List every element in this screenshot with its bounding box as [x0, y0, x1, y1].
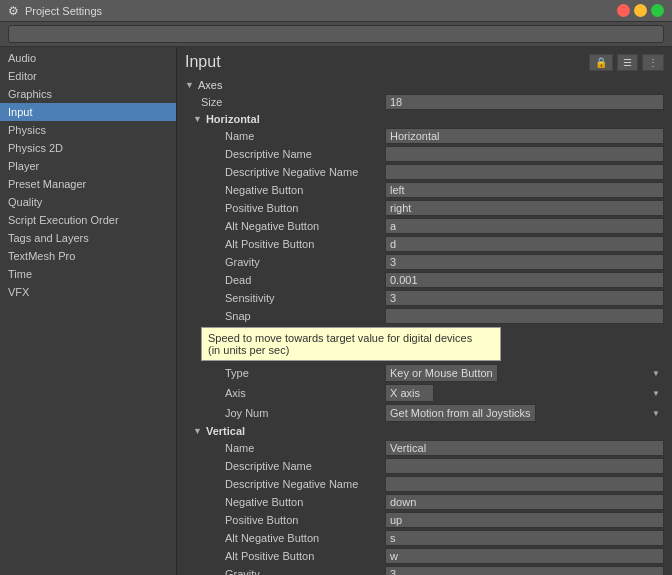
header-icons: 🔒 ☰ ⋮ [589, 54, 664, 71]
v-descriptive-name-label: Descriptive Name [185, 460, 385, 472]
h-joy-num-select[interactable]: Get Motion from all Joysticks Joystick 1… [385, 404, 536, 422]
title-bar: ⚙ Project Settings [0, 0, 672, 22]
h-dead-label: Dead [185, 274, 385, 286]
v-alt-positive-button-input[interactable] [385, 548, 664, 564]
sidebar-item-tags-and-layers[interactable]: Tags and Layers [0, 229, 176, 247]
h-negative-button-input[interactable] [385, 182, 664, 198]
h-axis-label: Axis [185, 387, 385, 399]
sidebar-item-script-execution-order[interactable]: Script Execution Order [0, 211, 176, 229]
maximize-button[interactable] [651, 4, 664, 17]
h-snap-input[interactable] [385, 308, 664, 324]
v-alt-negative-button-label: Alt Negative Button [185, 532, 385, 544]
size-label: Size [185, 96, 385, 108]
h-type-select[interactable]: Key or Mouse Button Mouse Movement Joyst… [385, 364, 498, 382]
h-axis-select-wrapper: X axis Y axis 3rd axis [385, 384, 664, 402]
tooltip-line2: (in units per sec) [208, 344, 494, 356]
window-title: Project Settings [25, 5, 611, 17]
h-alt-positive-button-input[interactable] [385, 236, 664, 252]
v-gravity-row: Gravity [185, 565, 664, 575]
window-controls[interactable] [617, 4, 664, 17]
h-name-input[interactable] [385, 128, 664, 144]
vertical-label: Vertical [206, 425, 245, 437]
v-gravity-input[interactable] [385, 566, 664, 575]
sidebar-item-input[interactable]: Input [0, 103, 176, 121]
h-joy-num-row: Joy Num Get Motion from all Joysticks Jo… [185, 403, 664, 423]
sidebar: Audio Editor Graphics Input Physics Phys… [0, 47, 177, 575]
sidebar-item-physics[interactable]: Physics [0, 121, 176, 139]
tooltip-line1: Speed to move towards target value for d… [208, 332, 494, 344]
sidebar-item-graphics[interactable]: Graphics [0, 85, 176, 103]
search-input[interactable] [8, 25, 664, 43]
v-name-label: Name [185, 442, 385, 454]
h-gravity-input[interactable] [385, 254, 664, 270]
h-sensitivity-input[interactable] [385, 290, 664, 306]
h-positive-button-input[interactable] [385, 200, 664, 216]
h-axis-row: Axis X axis Y axis 3rd axis [185, 383, 664, 403]
v-gravity-label: Gravity [185, 568, 385, 575]
main-layout: Audio Editor Graphics Input Physics Phys… [0, 47, 672, 575]
h-name-label: Name [185, 130, 385, 142]
sidebar-item-audio[interactable]: Audio [0, 49, 176, 67]
vertical-triangle-icon[interactable]: ▼ [193, 426, 202, 436]
v-descriptive-name-row: Descriptive Name [185, 457, 664, 475]
h-alt-negative-button-input[interactable] [385, 218, 664, 234]
v-positive-button-label: Positive Button [185, 514, 385, 526]
axes-section-header: ▼ Axes [185, 77, 664, 93]
h-sensitivity-label: Sensitivity [185, 292, 385, 304]
more-icon-button[interactable]: ⋮ [642, 54, 664, 71]
h-type-label: Type [185, 367, 385, 379]
v-name-input[interactable] [385, 440, 664, 456]
v-descriptive-negative-name-input[interactable] [385, 476, 664, 492]
size-input[interactable] [385, 94, 664, 110]
v-alt-positive-button-row: Alt Positive Button [185, 547, 664, 565]
sidebar-item-preset-manager[interactable]: Preset Manager [0, 175, 176, 193]
axes-label: Axes [198, 79, 222, 91]
h-descriptive-name-input[interactable] [385, 146, 664, 162]
size-row: Size [185, 93, 664, 111]
h-positive-button-label: Positive Button [185, 202, 385, 214]
h-descriptive-negative-name-label: Descriptive Negative Name [185, 166, 385, 178]
v-alt-negative-button-input[interactable] [385, 530, 664, 546]
h-positive-button-row: Positive Button [185, 199, 664, 217]
search-bar [0, 22, 672, 47]
sidebar-item-time[interactable]: Time [0, 265, 176, 283]
v-negative-button-input[interactable] [385, 494, 664, 510]
v-positive-button-input[interactable] [385, 512, 664, 528]
horizontal-triangle-icon[interactable]: ▼ [193, 114, 202, 124]
content-title: Input [185, 53, 221, 71]
sidebar-item-vfx[interactable]: VFX [0, 283, 176, 301]
v-descriptive-name-input[interactable] [385, 458, 664, 474]
layout-icon-button[interactable]: ☰ [617, 54, 638, 71]
sidebar-item-editor[interactable]: Editor [0, 67, 176, 85]
vertical-section-header: ▼ Vertical [185, 423, 664, 439]
sidebar-item-physics2d[interactable]: Physics 2D [0, 139, 176, 157]
sidebar-item-quality[interactable]: Quality [0, 193, 176, 211]
h-dead-row: Dead [185, 271, 664, 289]
v-alt-negative-button-row: Alt Negative Button [185, 529, 664, 547]
v-positive-button-row: Positive Button [185, 511, 664, 529]
sidebar-item-player[interactable]: Player [0, 157, 176, 175]
h-dead-input[interactable] [385, 272, 664, 288]
h-alt-negative-button-row: Alt Negative Button [185, 217, 664, 235]
lock-icon-button[interactable]: 🔒 [589, 54, 613, 71]
sidebar-item-textmesh-pro[interactable]: TextMesh Pro [0, 247, 176, 265]
h-snap-label: Snap [185, 310, 385, 322]
minimize-button[interactable] [634, 4, 647, 17]
h-name-row: Name [185, 127, 664, 145]
close-button[interactable] [617, 4, 630, 17]
v-name-row: Name [185, 439, 664, 457]
content-header: Input 🔒 ☰ ⋮ [185, 53, 664, 71]
h-negative-button-row: Negative Button [185, 181, 664, 199]
v-negative-button-label: Negative Button [185, 496, 385, 508]
axes-triangle-icon[interactable]: ▼ [185, 80, 194, 90]
h-descriptive-negative-name-input[interactable] [385, 164, 664, 180]
h-descriptive-name-row: Descriptive Name [185, 145, 664, 163]
v-descriptive-negative-name-row: Descriptive Negative Name [185, 475, 664, 493]
h-axis-select[interactable]: X axis Y axis 3rd axis [385, 384, 434, 402]
horizontal-section-header: ▼ Horizontal [185, 111, 664, 127]
tooltip-box: Speed to move towards target value for d… [201, 327, 501, 361]
v-alt-positive-button-label: Alt Positive Button [185, 550, 385, 562]
v-negative-button-row: Negative Button [185, 493, 664, 511]
h-gravity-row: Gravity [185, 253, 664, 271]
h-type-select-wrapper: Key or Mouse Button Mouse Movement Joyst… [385, 364, 664, 382]
